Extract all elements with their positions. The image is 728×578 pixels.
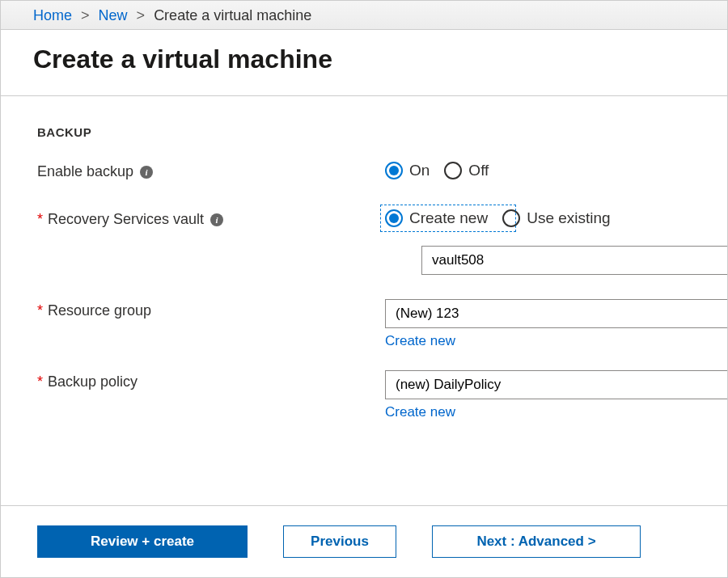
info-icon[interactable]: i [210, 213, 223, 226]
breadcrumb-current: Create a virtual machine [154, 7, 311, 23]
breadcrumb: Home > New > Create a virtual machine [33, 7, 713, 24]
radio-label: Use existing [527, 209, 611, 227]
vault-name-input[interactable] [421, 246, 728, 275]
resource-group-input[interactable] [385, 299, 727, 328]
chevron-right-icon: > [81, 7, 90, 23]
radio-label: On [409, 162, 430, 179]
radio-label: Create new [409, 209, 488, 227]
previous-button[interactable]: Previous [283, 525, 396, 558]
required-asterisk: * [37, 211, 43, 228]
page-title: Create a virtual machine [33, 44, 695, 74]
breadcrumb-new[interactable]: New [99, 7, 128, 23]
footer-bar: Review + create Previous Next : Advanced… [1, 505, 727, 577]
create-new-resource-group-link[interactable]: Create new [385, 333, 455, 349]
label-enable-backup: Enable backup [37, 163, 133, 180]
chevron-right-icon: > [137, 7, 146, 23]
radio-vault-use-existing[interactable]: Use existing [502, 209, 611, 227]
required-asterisk: * [37, 373, 43, 390]
review-create-button[interactable]: Review + create [37, 525, 248, 558]
label-backup-policy: Backup policy [48, 373, 138, 390]
radio-enable-backup-on[interactable]: On [385, 162, 430, 179]
radio-label: Off [468, 162, 489, 179]
create-new-backup-policy-link[interactable]: Create new [385, 404, 455, 420]
label-resource-group: Resource group [48, 302, 151, 319]
info-icon[interactable]: i [140, 166, 153, 179]
backup-policy-input[interactable] [385, 370, 727, 399]
radio-enable-backup-off[interactable]: Off [444, 162, 489, 179]
breadcrumb-home[interactable]: Home [33, 7, 72, 23]
radio-vault-create-new[interactable]: Create new [385, 209, 488, 227]
required-asterisk: * [37, 302, 43, 319]
label-recovery-vault: Recovery Services vault [48, 211, 204, 228]
next-advanced-button[interactable]: Next : Advanced > [432, 525, 641, 558]
section-heading-backup: BACKUP [37, 125, 727, 139]
